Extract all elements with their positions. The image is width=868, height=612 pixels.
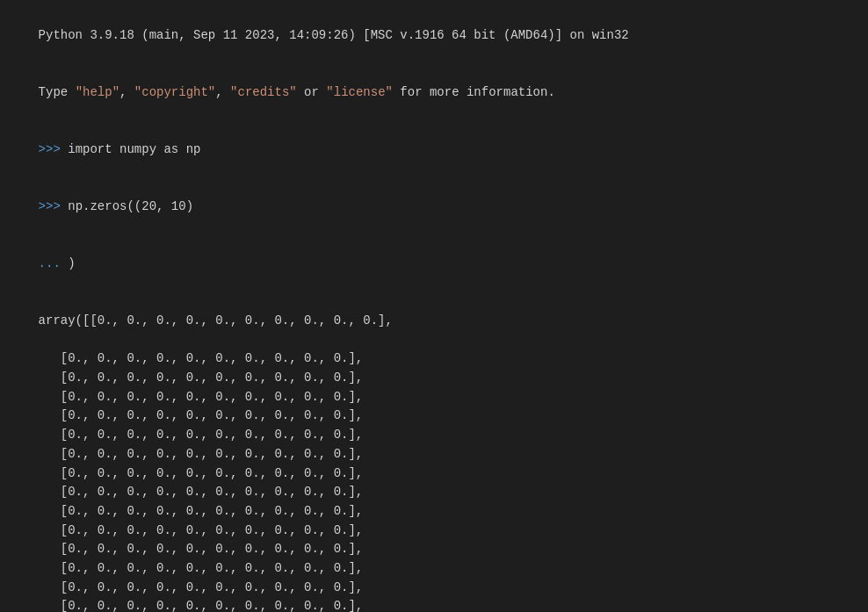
- array-row: [0., 0., 0., 0., 0., 0., 0., 0., 0., 0.]…: [9, 426, 859, 445]
- array-row: [0., 0., 0., 0., 0., 0., 0., 0., 0., 0.]…: [9, 369, 859, 388]
- array-row: [0., 0., 0., 0., 0., 0., 0., 0., 0., 0.]…: [9, 540, 859, 559]
- type-text: Type: [39, 85, 76, 99]
- array-row: [0., 0., 0., 0., 0., 0., 0., 0., 0., 0.]…: [9, 407, 859, 426]
- continuation-line: ... ): [9, 235, 859, 292]
- import-cmd: import numpy as np: [61, 142, 201, 156]
- array-row: [0., 0., 0., 0., 0., 0., 0., 0., 0., 0.]…: [9, 445, 859, 464]
- license-word: "license": [326, 85, 393, 99]
- array-start-line: array([[0., 0., 0., 0., 0., 0., 0., 0., …: [9, 292, 859, 349]
- python-version-line: Python 3.9.18 (main, Sep 11 2023, 14:09:…: [9, 7, 859, 64]
- continuation-prompt: ...: [39, 256, 61, 270]
- array-start-text: array([[0., 0., 0., 0., 0., 0., 0., 0., …: [39, 313, 393, 328]
- array-row: [0., 0., 0., 0., 0., 0., 0., 0., 0., 0.]…: [9, 502, 859, 522]
- array-rows: [0., 0., 0., 0., 0., 0., 0., 0., 0., 0.]…: [9, 349, 859, 612]
- array-row: [0., 0., 0., 0., 0., 0., 0., 0., 0., 0.]…: [9, 388, 859, 407]
- array-row: [0., 0., 0., 0., 0., 0., 0., 0., 0., 0.]…: [9, 522, 859, 541]
- array-row: [0., 0., 0., 0., 0., 0., 0., 0., 0., 0.]…: [9, 579, 859, 598]
- prompt-1: >>>: [39, 142, 61, 156]
- array-row: [0., 0., 0., 0., 0., 0., 0., 0., 0., 0.]…: [9, 597, 859, 612]
- help-info-line: Type "help", "copyright", "credits" or "…: [9, 64, 859, 121]
- zeros-command-line: >>> np.zeros((20, 10): [9, 178, 859, 235]
- terminal-window[interactable]: Python 3.9.18 (main, Sep 11 2023, 14:09:…: [0, 0, 868, 612]
- import-command-line: >>> import numpy as np: [9, 121, 859, 178]
- zeros-cmd: np.zeros((20, 10): [61, 199, 193, 213]
- credits-word: "credits": [230, 85, 297, 99]
- version-text: Python 3.9.18 (main, Sep 11 2023, 14:09:…: [39, 28, 629, 42]
- array-row: [0., 0., 0., 0., 0., 0., 0., 0., 0., 0.]…: [9, 464, 859, 484]
- array-row: [0., 0., 0., 0., 0., 0., 0., 0., 0., 0.]…: [9, 483, 859, 502]
- array-row: [0., 0., 0., 0., 0., 0., 0., 0., 0., 0.]…: [9, 559, 859, 579]
- copyright-word: "copyright": [134, 85, 215, 99]
- prompt-2: >>>: [39, 199, 61, 213]
- help-word: "help": [76, 85, 119, 99]
- array-row: [0., 0., 0., 0., 0., 0., 0., 0., 0., 0.]…: [9, 349, 859, 369]
- continuation-cmd: ): [61, 256, 76, 270]
